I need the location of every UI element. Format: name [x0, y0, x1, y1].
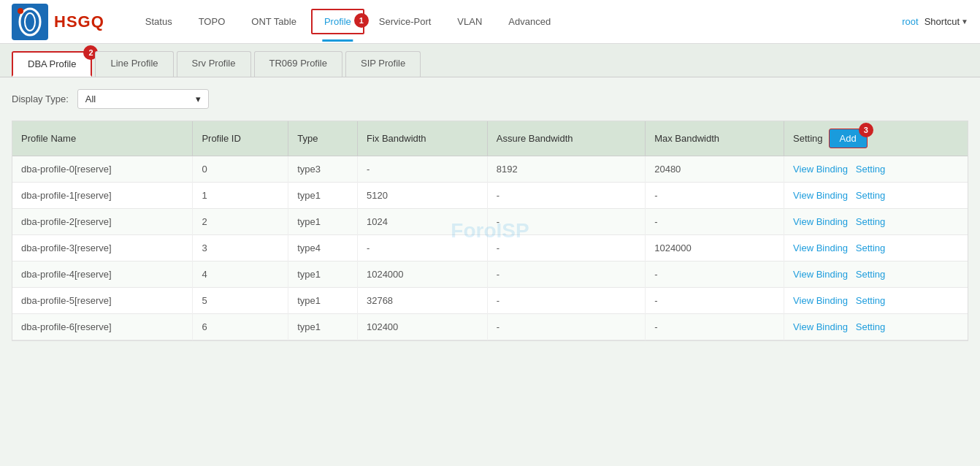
cell-setting-actions: View Binding Setting [784, 261, 968, 288]
cell-setting-actions: View Binding Setting [784, 288, 968, 314]
cell-setting-actions: View Binding Setting [784, 183, 968, 209]
display-type-label: Display Type: [12, 93, 69, 104]
cell-profile-name: dba-profile-4[reserve] [12, 261, 193, 288]
col-setting: Setting Add 3 [784, 121, 968, 156]
sub-tabs: DBA Profile 2 Line Profile Srv Profile T… [0, 44, 980, 77]
shortcut-label: Shortcut [925, 16, 960, 27]
cell-profile-name: dba-profile-0[reserve] [12, 156, 193, 183]
cell-assure-bandwidth: 8192 [487, 156, 645, 183]
cell-profile-id: 0 [193, 156, 288, 183]
logo-area: HSGQ [12, 4, 104, 40]
table-row: dba-profile-5[reserve] 5 type1 32768 - -… [12, 288, 968, 314]
col-type: Type [288, 121, 358, 156]
setting-link[interactable]: Setting [856, 190, 885, 201]
nav-item-ont-table[interactable]: ONT Table [240, 10, 308, 33]
cell-profile-id: 3 [193, 235, 288, 261]
cell-assure-bandwidth: - [487, 261, 645, 288]
setting-link[interactable]: Setting [856, 242, 885, 253]
cell-assure-bandwidth: - [487, 288, 645, 314]
cell-profile-name: dba-profile-1[reserve] [12, 183, 193, 209]
view-binding-link[interactable]: View Binding [793, 190, 848, 201]
cell-profile-name: dba-profile-5[reserve] [12, 288, 193, 314]
col-profile-name: Profile Name [12, 121, 193, 156]
nav-user: root [902, 16, 918, 27]
cell-type: type1 [288, 314, 358, 340]
cell-max-bandwidth: 1024000 [646, 235, 784, 261]
setting-link[interactable]: Setting [856, 269, 885, 280]
nav-item-wrapper-status: Status [134, 10, 184, 33]
table-row: dba-profile-6[reserve] 6 type1 102400 - … [12, 314, 968, 340]
cell-profile-id: 1 [193, 183, 288, 209]
cell-max-bandwidth: - [646, 183, 784, 209]
cell-profile-id: 6 [193, 314, 288, 340]
dba-profile-table: Profile Name Profile ID Type Fix Bandwid… [12, 121, 968, 340]
nav-shortcut[interactable]: Shortcut ▼ [925, 16, 968, 27]
cell-fix-bandwidth: 1024000 [357, 261, 487, 288]
display-type-value: All [85, 93, 96, 104]
col-assure-bandwidth: Assure Bandwidth [487, 121, 645, 156]
table-row: dba-profile-3[reserve] 3 type4 - - 10240… [12, 235, 968, 261]
view-binding-link[interactable]: View Binding [793, 164, 848, 175]
display-type-select[interactable]: All ▾ [77, 89, 209, 109]
cell-fix-bandwidth: 1024 [357, 209, 487, 235]
main-nav: Status TOPO ONT Table Profile 1 Service-… [134, 9, 902, 34]
sub-tab-tr069-profile[interactable]: TR069 Profile [254, 51, 342, 77]
cell-profile-id: 4 [193, 261, 288, 288]
cell-assure-bandwidth: - [487, 183, 645, 209]
display-type-row: Display Type: All ▾ [12, 89, 968, 109]
cell-fix-bandwidth: - [357, 235, 487, 261]
table-row: dba-profile-0[reserve] 0 type3 - 8192 20… [12, 156, 968, 183]
cell-max-bandwidth: 20480 [646, 156, 784, 183]
view-binding-link[interactable]: View Binding [793, 295, 848, 306]
header: HSGQ Status TOPO ONT Table Profile 1 Ser… [0, 0, 980, 44]
nav-item-vlan[interactable]: VLAN [445, 10, 494, 33]
cell-assure-bandwidth: - [487, 314, 645, 340]
col-profile-id: Profile ID [193, 121, 288, 156]
cell-fix-bandwidth: 5120 [357, 183, 487, 209]
cell-type: type3 [288, 156, 358, 183]
cell-assure-bandwidth: - [487, 209, 645, 235]
view-binding-link[interactable]: View Binding [793, 242, 848, 253]
select-chevron-icon: ▾ [196, 93, 201, 104]
svg-point-3 [18, 8, 23, 14]
cell-max-bandwidth: - [646, 314, 784, 340]
nav-badge: 1 [354, 13, 369, 28]
cell-type: type1 [288, 183, 358, 209]
col-fix-bandwidth: Fix Bandwidth [357, 121, 487, 156]
nav-item-topo[interactable]: TOPO [187, 10, 237, 33]
sub-tab-sip-profile[interactable]: SIP Profile [345, 51, 421, 77]
table-row: dba-profile-4[reserve] 4 type1 1024000 -… [12, 261, 968, 288]
cell-setting-actions: View Binding Setting [784, 235, 968, 261]
nav-item-wrapper-ont-table: ONT Table [240, 10, 308, 33]
sub-tab-srv-profile[interactable]: Srv Profile [177, 51, 251, 77]
nav-item-advanced[interactable]: Advanced [497, 10, 562, 33]
nav-item-wrapper-topo: TOPO [187, 10, 237, 33]
cell-assure-bandwidth: - [487, 235, 645, 261]
setting-link[interactable]: Setting [856, 216, 885, 227]
setting-link[interactable]: Setting [856, 321, 885, 332]
main-content: Display Type: All ▾ ForoISP Profile Name… [0, 77, 980, 353]
cell-fix-bandwidth: 32768 [357, 288, 487, 314]
cell-type: type1 [288, 261, 358, 288]
sub-tab-line-profile[interactable]: Line Profile [95, 51, 173, 77]
view-binding-link[interactable]: View Binding [793, 321, 848, 332]
nav-item-service-port[interactable]: Service-Port [367, 10, 443, 33]
nav-item-status[interactable]: Status [134, 10, 184, 33]
cell-profile-name: dba-profile-6[reserve] [12, 314, 193, 340]
cell-type: type4 [288, 235, 358, 261]
cell-setting-actions: View Binding Setting [784, 156, 968, 183]
cell-profile-name: dba-profile-2[reserve] [12, 209, 193, 235]
table-row: dba-profile-1[reserve] 1 type1 5120 - - … [12, 183, 968, 209]
view-binding-link[interactable]: View Binding [793, 269, 848, 280]
view-binding-link[interactable]: View Binding [793, 216, 848, 227]
cell-profile-id: 2 [193, 209, 288, 235]
setting-link[interactable]: Setting [856, 295, 885, 306]
logo-icon [12, 4, 48, 40]
cell-setting-actions: View Binding Setting [784, 314, 968, 340]
cell-fix-bandwidth: - [357, 156, 487, 183]
sub-tab-wrapper-dba: DBA Profile 2 [12, 51, 92, 77]
cell-setting-actions: View Binding Setting [784, 209, 968, 235]
col-max-bandwidth: Max Bandwidth [646, 121, 784, 156]
setting-link[interactable]: Setting [856, 164, 885, 175]
sub-tab-dba-profile[interactable]: DBA Profile [12, 51, 92, 77]
